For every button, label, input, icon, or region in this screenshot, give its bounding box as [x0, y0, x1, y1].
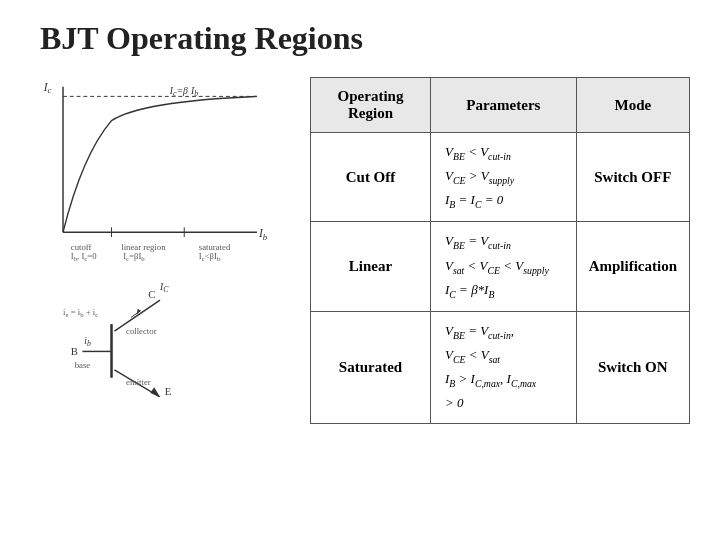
bjt-diagram: Ic Ib Ic=β Ib cutoff Ib, Ic=0 linear reg… [30, 77, 290, 397]
svg-text:collector: collector [126, 326, 157, 336]
page-title: BJT Operating Regions [40, 20, 690, 57]
svg-marker-19 [150, 387, 160, 397]
diagram-area: Ic Ib Ic=β Ib cutoff Ib, Ic=0 linear reg… [30, 77, 290, 401]
region-linear: Linear [311, 222, 431, 311]
table-area: OperatingRegion Parameters Mode Cut Off … [310, 77, 690, 424]
content-area: Ic Ib Ic=β Ib cutoff Ib, Ic=0 linear reg… [30, 77, 690, 424]
svg-text:C: C [148, 289, 155, 300]
mode-saturated: Switch ON [576, 311, 689, 423]
svg-text:Ib, Ic=0: Ib, Ic=0 [71, 251, 97, 262]
table-row: Linear VBE = Vcut-in Vsat < VCE < Vsuppl… [311, 222, 690, 311]
svg-text:saturated: saturated [199, 242, 231, 252]
header-region: OperatingRegion [311, 78, 431, 133]
svg-text:Ic<βIb: Ic<βIb [199, 251, 221, 262]
header-mode: Mode [576, 78, 689, 133]
params-linear: VBE = Vcut-in Vsat < VCE < Vsupply IC = … [431, 222, 577, 311]
operating-regions-table: OperatingRegion Parameters Mode Cut Off … [310, 77, 690, 424]
svg-text:linear region: linear region [121, 242, 166, 252]
params-saturated: VBE = Vcut-in, VCE < Vsat IB > IC,max, I… [431, 311, 577, 423]
svg-text:ie = ib + ic: ie = ib + ic [63, 307, 98, 318]
svg-text:IC: IC [159, 281, 169, 294]
svg-text:ib: ib [84, 335, 91, 348]
region-cutoff: Cut Off [311, 133, 431, 222]
svg-text:E: E [165, 386, 172, 397]
mode-linear: Amplification [576, 222, 689, 311]
svg-text:emitter: emitter [126, 377, 151, 387]
svg-text:Ic: Ic [43, 81, 52, 96]
header-parameters: Parameters [431, 78, 577, 133]
table-row: Saturated VBE = Vcut-in, VCE < Vsat IB >… [311, 311, 690, 423]
params-cutoff: VBE < Vcut-in VCE > Vsupply IB = IC = 0 [431, 133, 577, 222]
region-saturated: Saturated [311, 311, 431, 423]
table-row: Cut Off VBE < Vcut-in VCE > Vsupply IB =… [311, 133, 690, 222]
svg-text:Ic=βIb: Ic=βIb [123, 251, 145, 262]
svg-text:Ib: Ib [258, 227, 268, 242]
svg-text:base: base [75, 360, 91, 370]
page: BJT Operating Regions Ic Ib Ic=β Ib [0, 0, 720, 540]
svg-text:cutoff: cutoff [71, 242, 92, 252]
svg-text:Ic=β: Ic=β [169, 85, 188, 98]
mode-cutoff: Switch OFF [576, 133, 689, 222]
svg-text:B: B [71, 346, 78, 357]
